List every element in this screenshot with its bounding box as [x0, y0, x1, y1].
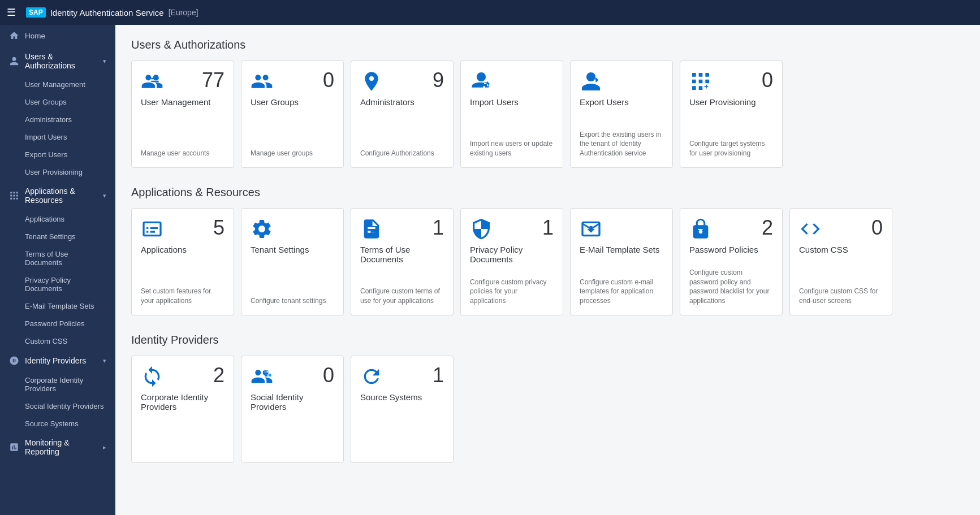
card-user-groups-title: User Groups [251, 97, 334, 107]
card-social-idp-title: Social Identity Providers [251, 392, 334, 412]
card-export-users-desc: Export the existing users in the tenant … [580, 130, 663, 158]
section-apps-resources: Applications & Resources 5 Applications … [131, 186, 964, 315]
sidebar-apps-resources-label: Applications & Resources [25, 187, 97, 205]
sidebar-item-social-idp[interactable]: Social Identity Providers [0, 397, 115, 415]
card-email-template-desc: Configure custom e-mail templates for ap… [580, 278, 663, 306]
card-custom-css-count: 0 [871, 218, 883, 238]
sidebar-item-privacy-policy[interactable]: Privacy Policy Documents [0, 271, 115, 297]
section-identity-providers-title: Identity Providers [131, 334, 964, 347]
sidebar-item-tenant-settings[interactable]: Tenant Settings [0, 228, 115, 245]
sidebar: Home Users & Authorizations ▾ User Manag… [0, 25, 115, 515]
menu-icon[interactable]: ☰ [7, 6, 16, 19]
sidebar-monitoring-label: Monitoring & Reporting [25, 438, 97, 456]
card-user-management[interactable]: 77 User Management Manage user accounts [131, 60, 234, 168]
card-source-systems[interactable]: 1 Source Systems [351, 356, 454, 463]
card-grid-users-auth: 77 User Management Manage user accounts … [131, 60, 964, 168]
app-title: Identity Authentication Service [50, 8, 164, 18]
card-password-policies-title: Password Policies [689, 245, 773, 254]
card-password-policies-desc: Configure custom password policy and pas… [689, 268, 773, 306]
sidebar-item-apps-resources[interactable]: Applications & Resources ▾ [0, 181, 115, 210]
section-identity-providers: Identity Providers 2 Corporate Identity … [131, 334, 964, 463]
card-custom-css-desc: Configure custom CSS for end-user screen… [799, 287, 883, 306]
card-administrators-title: Administrators [360, 97, 444, 107]
sidebar-item-export-users[interactable]: Export Users [0, 146, 115, 163]
sap-logo: SAP [26, 7, 46, 18]
chevron-down-icon: ▾ [103, 192, 106, 200]
card-user-groups[interactable]: 0 User Groups Manage user groups [241, 60, 344, 168]
card-administrators[interactable]: 9 Administrators Configure Authorization… [351, 60, 454, 168]
card-user-groups-count: 0 [323, 70, 334, 90]
card-privacy-policy-count: 1 [542, 218, 554, 238]
card-custom-css[interactable]: 0 Custom CSS Configure custom CSS for en… [789, 208, 892, 315]
sidebar-item-home[interactable]: Home [0, 25, 115, 46]
sidebar-item-import-users[interactable]: Import Users [0, 128, 115, 146]
card-applications[interactable]: 5 Applications Set custom features for y… [131, 208, 234, 315]
card-import-users-title: Import Users [470, 97, 554, 107]
card-user-provisioning[interactable]: 0 User Provisioning Configure target sys… [680, 60, 783, 168]
card-password-policies-count: 2 [762, 218, 773, 238]
card-terms-of-use-count: 1 [433, 218, 444, 238]
card-user-groups-desc: Manage user groups [251, 149, 334, 158]
main-content: Users & Authorizations 77 Use [115, 25, 980, 515]
card-corporate-idp[interactable]: 2 Corporate Identity Providers [131, 356, 234, 463]
topbar: ☰ SAP Identity Authentication Service [E… [0, 0, 980, 25]
svg-text:in: in [265, 369, 269, 373]
sidebar-item-user-management[interactable]: User Management [0, 76, 115, 93]
card-password-policies[interactable]: 2 Password Policies Configure custom pas… [680, 208, 783, 315]
card-privacy-policy-desc: Configure custom privacy policies for yo… [470, 278, 554, 306]
card-corporate-idp-count: 2 [213, 365, 225, 386]
svg-rect-4 [265, 374, 267, 376]
sidebar-item-administrators[interactable]: Administrators [0, 111, 115, 128]
card-terms-of-use[interactable]: 1 Terms of Use Documents Configure custo… [351, 208, 454, 315]
sidebar-item-source-systems[interactable]: Source Systems [0, 415, 115, 432]
sidebar-item-monitoring[interactable]: Monitoring & Reporting ▸ [0, 432, 115, 462]
card-applications-count: 5 [213, 218, 225, 238]
card-import-users[interactable]: Import Users Import new users or update … [460, 60, 563, 168]
card-user-management-desc: Manage user accounts [141, 149, 225, 158]
section-users-auth-title: Users & Authorizations [131, 38, 964, 51]
card-tenant-settings[interactable]: Tenant Settings Configure tenant setting… [241, 208, 344, 315]
chevron-down-icon: ▾ [103, 357, 106, 365]
card-user-provisioning-count: 0 [762, 70, 773, 90]
card-privacy-policy-title: Privacy Policy Documents [470, 245, 554, 264]
card-social-idp-count: 0 [323, 365, 334, 386]
sidebar-item-user-groups[interactable]: User Groups [0, 93, 115, 111]
card-social-idp[interactable]: in 0 Social Identity Providers [241, 356, 344, 463]
card-user-provisioning-title: User Provisioning [689, 97, 773, 107]
card-administrators-count: 9 [433, 70, 444, 90]
card-applications-title: Applications [141, 245, 225, 254]
card-email-template-title: E-Mail Template Sets [580, 245, 663, 254]
svg-rect-5 [269, 374, 271, 376]
chevron-down-icon: ▾ [103, 58, 106, 65]
sidebar-item-custom-css[interactable]: Custom CSS [0, 332, 115, 350]
sidebar-item-users-auth[interactable]: Users & Authorizations ▾ [0, 46, 115, 76]
card-export-users[interactable]: Export Users Export the existing users i… [570, 60, 673, 168]
section-users-auth: Users & Authorizations 77 Use [131, 38, 964, 168]
sidebar-item-identity-providers[interactable]: Identity Providers ▾ [0, 350, 115, 371]
logo-area: SAP Identity Authentication Service [Eur… [26, 7, 198, 18]
chevron-right-icon: ▸ [103, 444, 106, 451]
card-user-management-count: 77 [202, 70, 225, 90]
card-grid-identity-providers: 2 Corporate Identity Providers in [131, 356, 964, 463]
sidebar-identity-providers-label: Identity Providers [25, 356, 86, 365]
sidebar-item-applications[interactable]: Applications [0, 210, 115, 228]
card-email-template[interactable]: E-Mail Template Sets Configure custom e-… [570, 208, 673, 315]
card-terms-of-use-desc: Configure custom terms of use for your a… [360, 287, 444, 306]
section-apps-resources-title: Applications & Resources [131, 186, 964, 199]
card-custom-css-title: Custom CSS [799, 245, 883, 254]
card-import-users-desc: Import new users or update existing user… [470, 139, 554, 158]
sidebar-users-auth-label: Users & Authorizations [25, 52, 97, 70]
sidebar-item-email-template[interactable]: E-Mail Template Sets [0, 297, 115, 315]
sidebar-item-user-provisioning[interactable]: User Provisioning [0, 163, 115, 181]
card-user-provisioning-desc: Configure target systems for user provis… [689, 139, 773, 158]
sidebar-item-terms-of-use[interactable]: Terms of Use Documents [0, 245, 115, 271]
card-privacy-policy[interactable]: 1 Privacy Policy Documents Configure cus… [460, 208, 563, 315]
card-applications-desc: Set custom features for your application… [141, 287, 225, 306]
sidebar-item-corporate-idp[interactable]: Corporate Identity Providers [0, 371, 115, 397]
card-corporate-idp-title: Corporate Identity Providers [141, 392, 225, 412]
card-grid-apps-resources: 5 Applications Set custom features for y… [131, 208, 964, 315]
card-tenant-settings-title: Tenant Settings [251, 245, 334, 254]
app-region: [Europe] [169, 8, 198, 17]
card-export-users-title: Export Users [580, 97, 663, 107]
sidebar-item-password-policies[interactable]: Password Policies [0, 315, 115, 332]
